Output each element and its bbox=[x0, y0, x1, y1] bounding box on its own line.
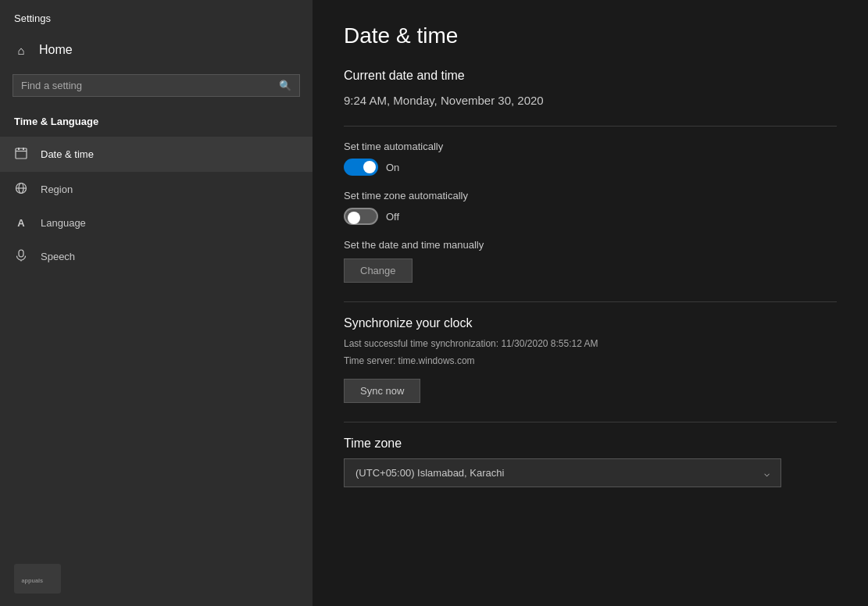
page-title: Date & time bbox=[344, 23, 837, 48]
change-button[interactable]: Change bbox=[344, 258, 413, 283]
search-box[interactable]: 🔍 bbox=[13, 74, 300, 97]
region-icon bbox=[14, 182, 28, 197]
settings-title: Settings bbox=[0, 0, 313, 32]
set-timezone-auto-label: Set time zone automatically bbox=[344, 190, 837, 201]
sidebar-item-speech[interactable]: Speech bbox=[0, 239, 313, 274]
home-nav-item[interactable]: ⌂ Home bbox=[0, 32, 313, 68]
sidebar: Settings ⌂ Home 🔍 Time & Language Date &… bbox=[0, 0, 313, 606]
search-icon: 🔍 bbox=[279, 80, 291, 91]
sidebar-bottom: appuals bbox=[0, 551, 313, 606]
current-datetime: 9:24 AM, Monday, November 30, 2020 bbox=[344, 94, 837, 107]
svg-rect-0 bbox=[16, 148, 27, 159]
sync-section: Synchronize your clock Last successful t… bbox=[344, 316, 837, 403]
svg-rect-7 bbox=[19, 250, 23, 257]
sync-now-button[interactable]: Sync now bbox=[344, 379, 420, 403]
language-icon: A bbox=[14, 217, 28, 229]
set-time-auto-row: Set time automatically On bbox=[344, 141, 837, 176]
manual-section: Set the date and time manually Change bbox=[344, 239, 837, 283]
sidebar-item-label-speech: Speech bbox=[41, 251, 75, 262]
timezone-value: (UTC+05:00) Islamabad, Karachi bbox=[355, 467, 504, 479]
appuals-logo: appuals bbox=[14, 564, 61, 594]
set-time-auto-toggle-knob bbox=[363, 161, 376, 173]
set-time-auto-toggle-row: On bbox=[344, 159, 837, 176]
chevron-down-icon: ⌵ bbox=[764, 468, 770, 479]
current-date-heading: Current date and time bbox=[344, 69, 837, 83]
divider-3 bbox=[344, 422, 837, 422]
timezone-select[interactable]: (UTC+05:00) Islamabad, Karachi ⌵ bbox=[344, 458, 781, 487]
set-timezone-auto-toggle-knob bbox=[348, 212, 360, 224]
sync-title: Synchronize your clock bbox=[344, 316, 837, 330]
set-time-auto-label: Set time automatically bbox=[344, 141, 837, 152]
sidebar-item-language[interactable]: A Language bbox=[0, 207, 313, 239]
set-timezone-auto-row: Set time zone automatically Off bbox=[344, 190, 837, 225]
sidebar-item-region[interactable]: Region bbox=[0, 172, 313, 207]
set-time-auto-toggle[interactable] bbox=[344, 159, 378, 176]
svg-rect-2 bbox=[18, 148, 20, 150]
sidebar-item-date-time[interactable]: Date & time bbox=[0, 137, 313, 172]
divider-2 bbox=[344, 301, 837, 302]
timezone-section: Time zone (UTC+05:00) Islamabad, Karachi… bbox=[344, 437, 837, 487]
home-icon: ⌂ bbox=[14, 44, 28, 57]
set-timezone-auto-toggle-row: Off bbox=[344, 208, 837, 225]
sidebar-item-label-language: Language bbox=[41, 217, 86, 229]
set-time-auto-state: On bbox=[386, 162, 399, 173]
set-timezone-auto-state: Off bbox=[386, 211, 399, 223]
manual-label: Set the date and time manually bbox=[344, 239, 837, 251]
date-time-icon bbox=[14, 147, 28, 162]
divider-1 bbox=[344, 126, 837, 127]
speech-icon bbox=[14, 249, 28, 264]
search-input[interactable] bbox=[21, 80, 273, 91]
sync-server: Time server: time.windows.com bbox=[344, 354, 837, 368]
sidebar-item-label-region: Region bbox=[41, 184, 73, 195]
svg-text:appuals: appuals bbox=[21, 577, 43, 584]
main-content: Date & time Current date and time 9:24 A… bbox=[313, 0, 868, 606]
home-label: Home bbox=[39, 43, 73, 57]
set-timezone-auto-toggle[interactable] bbox=[344, 208, 378, 225]
timezone-label: Time zone bbox=[344, 437, 837, 451]
section-label: Time & Language bbox=[0, 109, 313, 137]
sidebar-item-label-date-time: Date & time bbox=[41, 148, 94, 160]
svg-rect-3 bbox=[23, 148, 24, 150]
sync-last: Last successful time synchronization: 11… bbox=[344, 337, 837, 351]
